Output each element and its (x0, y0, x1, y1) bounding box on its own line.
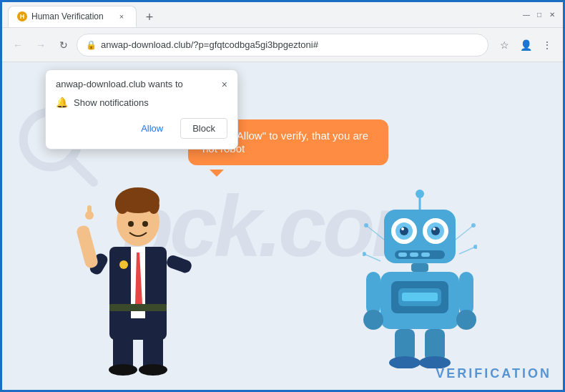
svg-rect-49 (402, 293, 438, 301)
new-tab-button[interactable]: + (139, 7, 159, 27)
svg-point-18 (142, 221, 148, 227)
permission-text: Show notifications (74, 97, 149, 108)
svg-point-31 (416, 190, 424, 198)
popup-close-button[interactable]: × (222, 79, 227, 89)
bell-icon: 🔔 (56, 97, 68, 108)
svg-line-23 (459, 247, 476, 254)
svg-point-38 (431, 227, 440, 235)
person-character (74, 147, 202, 376)
svg-point-29 (363, 252, 366, 256)
svg-point-51 (363, 310, 383, 330)
svg-point-15 (115, 194, 129, 214)
url-text: anwap-download.club/?p=gfqtcodbga5gi3bpg… (101, 39, 479, 50)
robot-character (363, 182, 477, 368)
svg-line-22 (456, 225, 473, 240)
close-window-button[interactable]: ✕ (547, 10, 557, 20)
toolbar-icons: ☆ 👤 ⋮ (494, 35, 557, 55)
svg-point-17 (128, 221, 134, 227)
title-bar: H Human Verification × + — □ ✕ (2, 2, 563, 28)
svg-point-53 (456, 310, 476, 330)
svg-rect-6 (113, 325, 133, 368)
svg-rect-5 (109, 304, 167, 311)
maximize-button[interactable]: □ (534, 10, 544, 20)
svg-line-24 (366, 225, 384, 240)
bookmark-button[interactable]: ☆ (494, 35, 514, 55)
menu-button[interactable]: ⋮ (537, 35, 557, 55)
popup-buttons: Allow Block (56, 118, 227, 139)
forward-button[interactable]: → (31, 35, 51, 55)
active-tab[interactable]: H Human Verification × (8, 6, 137, 27)
svg-rect-45 (411, 263, 428, 272)
refresh-button[interactable]: ↻ (54, 35, 74, 55)
tab-area: H Human Verification × + (8, 2, 516, 27)
svg-rect-44 (421, 253, 430, 257)
svg-rect-52 (459, 272, 473, 315)
allow-button[interactable]: Allow (129, 118, 175, 139)
lock-icon: 🔒 (86, 40, 97, 50)
window-controls: — □ ✕ (521, 10, 557, 20)
notification-popup: anwap-download.club wants to × 🔔 Show no… (45, 69, 238, 150)
popup-title: anwap-download.club wants to (56, 79, 183, 89)
svg-rect-11 (76, 225, 99, 270)
svg-point-26 (471, 223, 476, 227)
svg-point-28 (364, 223, 368, 227)
tab-favicon: H (17, 11, 27, 21)
svg-rect-12 (165, 254, 193, 275)
svg-rect-42 (398, 253, 407, 257)
tab-close-button[interactable]: × (116, 11, 127, 22)
svg-point-40 (433, 227, 436, 230)
svg-point-8 (109, 364, 137, 376)
verification-label: VERIFICATION (436, 366, 551, 381)
page-content: pck.com anwap-download.club wants to × 🔔… (2, 62, 563, 390)
svg-point-56 (389, 356, 421, 368)
svg-point-16 (148, 197, 159, 214)
svg-rect-20 (87, 205, 92, 218)
svg-line-25 (364, 254, 380, 261)
svg-point-37 (400, 227, 408, 235)
tab-title: Human Verification (31, 11, 112, 21)
svg-rect-43 (410, 253, 418, 257)
profile-button[interactable]: 👤 (516, 35, 536, 55)
svg-point-21 (119, 260, 128, 269)
svg-point-9 (139, 364, 167, 376)
url-bar[interactable]: 🔒 anwap-download.club/?p=gfqtcodbga5gi3b… (77, 34, 488, 57)
address-bar: ← → ↻ 🔒 anwap-download.club/?p=gfqtcodbg… (2, 28, 563, 62)
svg-rect-7 (143, 325, 163, 368)
popup-permission-row: 🔔 Show notifications (56, 97, 227, 108)
minimize-button[interactable]: — (521, 10, 531, 20)
popup-header: anwap-download.club wants to × (56, 79, 227, 89)
back-button[interactable]: ← (8, 35, 28, 55)
svg-point-39 (401, 227, 404, 230)
svg-rect-50 (366, 272, 380, 315)
browser-window: H Human Verification × + — □ ✕ ← → ↻ 🔒 a… (2, 2, 563, 390)
svg-point-27 (473, 245, 477, 249)
block-button[interactable]: Block (180, 118, 227, 139)
